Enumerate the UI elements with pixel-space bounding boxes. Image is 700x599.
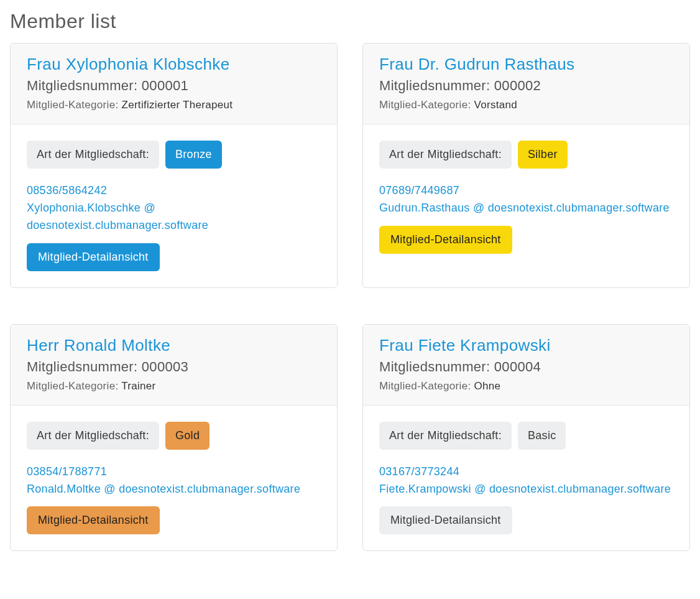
member-category-prefix: Mitglied-Kategorie: bbox=[27, 99, 121, 111]
membership-type-label: Art der Mitgliedschaft: bbox=[27, 141, 159, 169]
member-card: Frau Xylophonia Klobschke Mitgliedsnumme… bbox=[10, 43, 338, 288]
member-phone-link[interactable]: 08536/5864242 bbox=[27, 182, 321, 200]
member-name-link[interactable]: Herr Ronald Moltke bbox=[27, 336, 321, 355]
member-category-prefix: Mitglied-Kategorie: bbox=[379, 99, 474, 111]
member-card-body: Art der Mitgliedschaft: Gold 03854/17887… bbox=[11, 406, 337, 551]
member-card: Frau Fiete Krampowski Mitgliedsnummer: 0… bbox=[362, 324, 690, 552]
membership-type-badge: Basic bbox=[518, 422, 566, 450]
member-detail-button[interactable]: Mitglied-Detailansicht bbox=[379, 226, 512, 254]
member-category: Mitglied-Kategorie: Zertifizierter Thera… bbox=[27, 99, 321, 111]
member-phone-link[interactable]: 03167/3773244 bbox=[379, 463, 673, 481]
membership-type-label: Art der Mitgliedschaft: bbox=[379, 422, 512, 450]
member-card-header: Herr Ronald Moltke Mitgliedsnummer: 0000… bbox=[11, 325, 337, 406]
member-number-prefix: Mitgliedsnummer: bbox=[27, 78, 142, 93]
member-detail-button[interactable]: Mitglied-Detailansicht bbox=[27, 506, 160, 534]
membership-type-badge: Silber bbox=[518, 141, 568, 169]
member-name-link[interactable]: Frau Xylophonia Klobschke bbox=[27, 55, 321, 74]
member-contact: 03854/1788771 Ronald.Moltke @ doesnotexi… bbox=[27, 463, 321, 498]
member-phone-link[interactable]: 07689/7449687 bbox=[379, 182, 673, 200]
member-card-header: Frau Xylophonia Klobschke Mitgliedsnumme… bbox=[11, 44, 337, 124]
member-contact: 07689/7449687 Gudrun.Rasthaus @ doesnote… bbox=[379, 182, 673, 217]
member-number-prefix: Mitgliedsnummer: bbox=[379, 359, 494, 374]
member-category-value: Vorstand bbox=[474, 99, 517, 111]
member-card-header: Frau Fiete Krampowski Mitgliedsnummer: 0… bbox=[363, 325, 689, 406]
membership-row: Art der Mitgliedschaft: Basic bbox=[379, 422, 673, 450]
member-email-link[interactable]: Gudrun.Rasthaus @ doesnotexist.clubmanag… bbox=[379, 200, 673, 217]
member-number-value: 000002 bbox=[494, 78, 541, 93]
member-category: Mitglied-Kategorie: Trainer bbox=[27, 380, 321, 392]
member-category: Mitglied-Kategorie: Ohne bbox=[379, 380, 673, 392]
member-detail-button[interactable]: Mitglied-Detailansicht bbox=[27, 243, 160, 271]
member-category: Mitglied-Kategorie: Vorstand bbox=[379, 99, 673, 111]
member-category-prefix: Mitglied-Kategorie: bbox=[27, 380, 121, 392]
membership-row: Art der Mitgliedschaft: Gold bbox=[27, 422, 321, 450]
membership-type-badge: Gold bbox=[165, 422, 210, 450]
membership-type-label: Art der Mitgliedschaft: bbox=[27, 422, 159, 450]
member-number-value: 000001 bbox=[142, 78, 188, 93]
member-category-value: Zertifizierter Therapeut bbox=[121, 99, 233, 111]
member-card: Herr Ronald Moltke Mitgliedsnummer: 0000… bbox=[10, 324, 338, 552]
member-number-value: 000003 bbox=[142, 359, 188, 374]
member-card-body: Art der Mitgliedschaft: Silber 07689/744… bbox=[363, 124, 689, 270]
member-card-header: Frau Dr. Gudrun Rasthaus Mitgliedsnummer… bbox=[363, 44, 689, 124]
member-email-link[interactable]: Fiete.Krampowski @ doesnotexist.clubmana… bbox=[379, 481, 673, 498]
membership-row: Art der Mitgliedschaft: Silber bbox=[379, 141, 673, 169]
membership-row: Art der Mitgliedschaft: Bronze bbox=[27, 141, 321, 169]
member-email-link[interactable]: Ronald.Moltke @ doesnotexist.clubmanager… bbox=[27, 481, 321, 498]
membership-type-label: Art der Mitgliedschaft: bbox=[379, 141, 512, 169]
member-category-value: Ohne bbox=[474, 380, 500, 392]
member-contact: 03167/3773244 Fiete.Krampowski @ doesnot… bbox=[379, 463, 673, 498]
member-card: Frau Dr. Gudrun Rasthaus Mitgliedsnummer… bbox=[362, 43, 690, 288]
member-number-prefix: Mitgliedsnummer: bbox=[27, 359, 142, 374]
member-number-value: 000004 bbox=[494, 359, 541, 374]
member-grid: Frau Xylophonia Klobschke Mitgliedsnumme… bbox=[10, 43, 690, 551]
member-card-body: Art der Mitgliedschaft: Bronze 08536/586… bbox=[11, 124, 337, 287]
page-title: Member list bbox=[10, 10, 690, 33]
member-category-prefix: Mitglied-Kategorie: bbox=[379, 380, 474, 392]
member-name-link[interactable]: Frau Dr. Gudrun Rasthaus bbox=[379, 55, 673, 74]
member-number: Mitgliedsnummer: 000002 bbox=[379, 78, 673, 94]
member-number: Mitgliedsnummer: 000004 bbox=[379, 359, 673, 375]
member-number: Mitgliedsnummer: 000003 bbox=[27, 359, 321, 375]
member-card-body: Art der Mitgliedschaft: Basic 03167/3773… bbox=[363, 406, 689, 551]
member-number: Mitgliedsnummer: 000001 bbox=[27, 78, 321, 94]
member-name-link[interactable]: Frau Fiete Krampowski bbox=[379, 336, 673, 355]
membership-type-badge: Bronze bbox=[165, 141, 222, 169]
member-number-prefix: Mitgliedsnummer: bbox=[379, 78, 494, 93]
member-contact: 08536/5864242 Xylophonia.Klobschke @ doe… bbox=[27, 182, 321, 234]
member-phone-link[interactable]: 03854/1788771 bbox=[27, 463, 321, 481]
member-category-value: Trainer bbox=[121, 380, 155, 392]
member-email-link[interactable]: Xylophonia.Klobschke @ doesnotexist.club… bbox=[27, 200, 321, 234]
member-detail-button[interactable]: Mitglied-Detailansicht bbox=[379, 506, 512, 534]
